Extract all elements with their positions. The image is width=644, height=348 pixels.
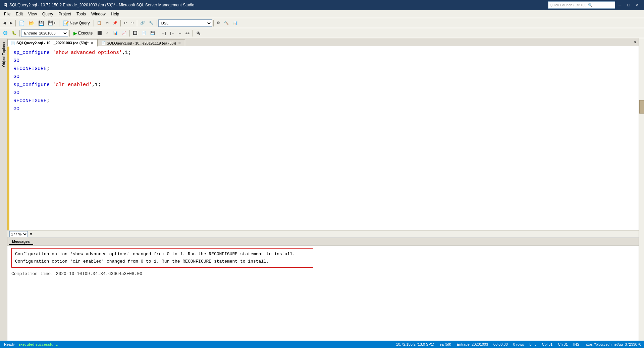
debugger-button[interactable]: 🐛 bbox=[10, 29, 18, 37]
menu-tools[interactable]: Tools bbox=[74, 11, 89, 17]
tools-button[interactable]: 🔨 bbox=[222, 19, 230, 27]
database-selector[interactable]: DSL master Entrade_20201003 bbox=[158, 19, 212, 27]
tab-sqlquery2[interactable]: 📄 SQLQuery2.sql - 10..._20201003 (ea (59… bbox=[7, 39, 98, 47]
kw-go-2: GO bbox=[13, 73, 19, 81]
menu-window[interactable]: Window bbox=[89, 11, 108, 17]
ins-info: INS bbox=[573, 342, 579, 346]
menu-edit[interactable]: Edit bbox=[13, 11, 25, 17]
code-line-1: sp_configure 'show advanced options' , 1… bbox=[13, 49, 635, 57]
tab-sqlquery2-icon: 📄 bbox=[11, 41, 15, 45]
window-title: SQLQuery2.sql - 10.72.150.2.Entrade_2020… bbox=[9, 3, 194, 7]
code-editor[interactable]: sp_configure 'show advanced options' , 1… bbox=[7, 46, 639, 230]
paste-button[interactable]: 📌 bbox=[111, 19, 119, 27]
filter-button[interactable]: 🔧 bbox=[147, 19, 155, 27]
uncomment-button[interactable]: ++ bbox=[183, 29, 191, 37]
menu-project[interactable]: Project bbox=[56, 11, 74, 17]
menu-query[interactable]: Query bbox=[40, 11, 56, 17]
display-ap-button[interactable]: 📈 bbox=[120, 29, 128, 37]
quick-launch-box[interactable]: Quick Launch (Ctrl+Q) 🔍 bbox=[548, 1, 615, 9]
new-file-button[interactable]: 📄 bbox=[17, 19, 26, 27]
connection-selector[interactable]: Entrade_20201003 bbox=[21, 29, 68, 37]
object-explorer-label[interactable]: Object Explorer bbox=[2, 42, 6, 67]
tab-sqlquery1-label: SQLQuery1.sql - 10...e20191119 (ea (56)) bbox=[107, 41, 176, 45]
back-button[interactable]: ◀ bbox=[1, 19, 7, 27]
zoom-selector[interactable]: 177 % 100 % 150 % 200 % bbox=[9, 231, 28, 237]
forward-button[interactable]: ▶ bbox=[8, 19, 14, 27]
separator-t2-4 bbox=[158, 30, 158, 37]
connection-props-button[interactable]: 🔌 bbox=[194, 29, 202, 37]
status-bar: ● Query executed successfully. 10.72.150… bbox=[0, 341, 644, 348]
separator-t2-1 bbox=[19, 30, 20, 37]
search-icon: 🔍 bbox=[588, 3, 593, 7]
execute-button[interactable]: ▶ Execute bbox=[71, 29, 95, 37]
quick-launch-label: Quick Launch (Ctrl+Q) bbox=[550, 3, 587, 7]
stop-button[interactable]: ⬛ bbox=[96, 29, 104, 37]
results-tabs: Messages bbox=[7, 238, 639, 246]
time-info: 00:00:00 bbox=[493, 342, 508, 346]
zoom-bar: 177 % 100 % 150 % 200 % ▼ bbox=[7, 230, 639, 237]
vertical-scrollbar[interactable] bbox=[639, 38, 644, 348]
tab-sqlquery1-close[interactable]: ✕ bbox=[177, 41, 181, 45]
kw-sp-configure-1: sp_configure bbox=[13, 49, 50, 57]
error-line-1: Configuration option 'show advanced opti… bbox=[15, 251, 310, 258]
new-query-label: New Query bbox=[70, 21, 90, 25]
str-show-advanced: 'show advanced options' bbox=[53, 49, 122, 57]
indent-button[interactable]: →| bbox=[160, 29, 168, 37]
separator4 bbox=[120, 20, 121, 26]
main-layout: Object Explorer 📄 SQLQuery2.sql - 10..._… bbox=[0, 38, 644, 348]
db-info: Entrade_20201003 bbox=[457, 342, 488, 346]
options-button[interactable]: 📊 bbox=[231, 19, 239, 27]
cut-button[interactable]: ✂ bbox=[104, 19, 110, 27]
menu-view[interactable]: View bbox=[25, 11, 40, 17]
tab-sqlquery2-close[interactable]: ✕ bbox=[90, 41, 94, 45]
minimize-button[interactable]: ─ bbox=[616, 2, 624, 8]
results-to-text[interactable]: 📄 bbox=[140, 29, 148, 37]
ch-info: Ch 31 bbox=[558, 342, 568, 346]
save-button[interactable]: 💾 bbox=[37, 19, 46, 27]
login-info: ea (59) bbox=[440, 342, 451, 346]
close-button[interactable]: ✕ bbox=[633, 2, 641, 8]
separator6 bbox=[157, 20, 157, 26]
separator-t2-5 bbox=[193, 30, 193, 37]
open-button[interactable]: 📂 bbox=[27, 19, 36, 27]
object-explorer-toggle[interactable]: 🌐 bbox=[1, 29, 9, 37]
outdent-button[interactable]: |← bbox=[168, 29, 176, 37]
copy-button[interactable]: 📋 bbox=[95, 19, 103, 27]
app-icon: 🗄 bbox=[3, 2, 7, 8]
results-to-grid[interactable]: 🔲 bbox=[131, 29, 139, 37]
str-clr-enabled: 'clr enabled' bbox=[53, 81, 92, 89]
toolbar1: ◀ ▶ 📄 📂 💾 💾+ 📝 New Query 📋 ✂ 📌 ↩ ↪ 🔗 🔧 D… bbox=[0, 18, 644, 28]
separator7 bbox=[213, 20, 214, 26]
redo-button[interactable]: ↪ bbox=[129, 19, 136, 27]
comment-button[interactable]: -- bbox=[177, 29, 183, 37]
display-ep-button[interactable]: 📊 bbox=[111, 29, 119, 37]
separator5 bbox=[137, 20, 137, 26]
menu-help[interactable]: Help bbox=[108, 11, 122, 17]
ln-info: Ln 5 bbox=[529, 342, 536, 346]
new-query-button[interactable]: 📝 New Query bbox=[61, 19, 92, 27]
menu-file[interactable]: File bbox=[1, 11, 13, 17]
editor-area: 📄 SQLQuery2.sql - 10..._20201003 (ea (59… bbox=[7, 38, 639, 348]
tab-messages[interactable]: Messages bbox=[9, 239, 33, 245]
save-all-button[interactable]: 💾+ bbox=[46, 19, 58, 27]
code-line-4: GO bbox=[13, 73, 635, 81]
parse-button[interactable]: ✓ bbox=[104, 29, 111, 37]
zoom-dropdown-arrow: ▼ bbox=[29, 232, 33, 236]
server-info: 10.72.150.2 (13.0 SP1) bbox=[396, 342, 434, 346]
toolbar2: 🌐 🐛 Entrade_20201003 ▶ Execute ⬛ ✓ 📊 📈 🔲… bbox=[0, 28, 644, 38]
undo-button[interactable]: ↩ bbox=[122, 19, 128, 27]
results-to-file[interactable]: 💾 bbox=[149, 29, 157, 37]
code-line-6: GO bbox=[13, 89, 635, 97]
code-line-2: GO bbox=[13, 57, 635, 65]
object-explorer-sidebar[interactable]: Object Explorer bbox=[0, 38, 7, 348]
scroll-thumb[interactable] bbox=[639, 100, 644, 114]
tab-sqlquery1[interactable]: 📄 SQLQuery1.sql - 10...e20191119 (ea (56… bbox=[98, 39, 185, 47]
tab-dropdown-button[interactable]: ▼ bbox=[632, 38, 639, 46]
maximize-button[interactable]: □ bbox=[625, 2, 633, 8]
menu-bar: File Edit View Query Project Tools Windo… bbox=[0, 10, 644, 18]
code-line-7: RECONFIGURE ; bbox=[13, 97, 635, 105]
connect-button[interactable]: 🔗 bbox=[139, 19, 147, 27]
properties-button[interactable]: ⚙ bbox=[215, 19, 222, 27]
title-bar-controls: Quick Launch (Ctrl+Q) 🔍 ─ □ ✕ bbox=[548, 1, 641, 9]
kw-reconfigure-2: RECONFIGURE bbox=[13, 97, 47, 105]
